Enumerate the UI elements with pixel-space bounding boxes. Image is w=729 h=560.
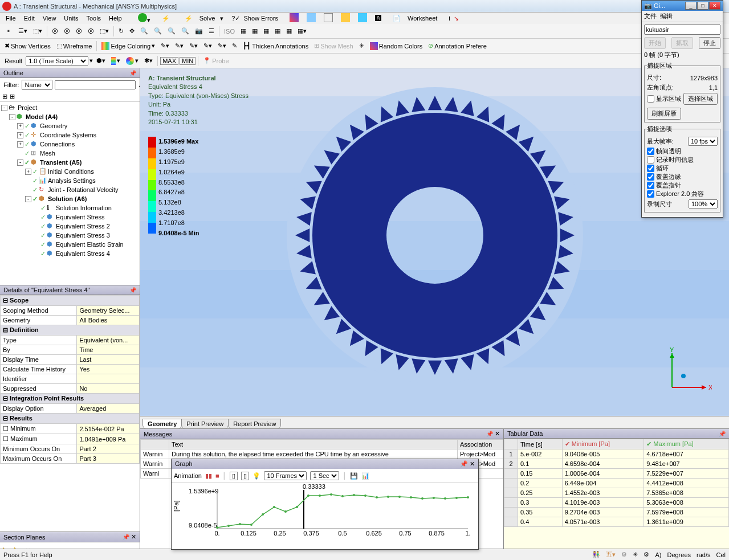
tabular-table[interactable]: Time [s]✔ Minimum [Pa]✔ Maximum [Pa] 15.… xyxy=(504,439,729,558)
ec5[interactable]: ✎▾ xyxy=(215,41,229,51)
zoom[interactable]: 🔍 xyxy=(138,26,150,36)
thicken[interactable]: ┣┫Thicken Annotations xyxy=(241,41,311,51)
close-icon[interactable]: ✕ xyxy=(131,533,136,540)
show-errors-button[interactable]: ?✓Show Errors xyxy=(228,14,285,23)
edge-check[interactable] xyxy=(647,173,654,181)
pan[interactable]: ✥ xyxy=(127,26,137,36)
ec2[interactable]: ✎▾ xyxy=(173,41,186,51)
sel-body[interactable]: ⦿ xyxy=(85,27,96,36)
capture-window[interactable]: 📷 Gi... _ □ ✕ 文件 编辑 开始 抓取 停止 0 帧 (0 字节) … xyxy=(641,0,723,218)
pin-icon[interactable]: 📌 xyxy=(123,534,129,540)
name-input[interactable] xyxy=(644,24,720,35)
frame-btn-2[interactable]: ▯ xyxy=(241,472,249,480)
sel-1[interactable]: ▪️ xyxy=(2,26,15,36)
min-button[interactable]: _ xyxy=(685,2,697,10)
iso-view[interactable]: ISO xyxy=(222,27,237,36)
chart-btn[interactable]: 📊 xyxy=(361,472,369,480)
zoom-fit[interactable]: 🔍 xyxy=(165,26,178,36)
float-menu-file[interactable]: 文件 xyxy=(644,12,657,21)
pin-icon[interactable]: 📌 xyxy=(129,287,136,293)
annot-pref[interactable]: ⊘Annotation Prefere xyxy=(426,41,489,51)
wireframe[interactable]: ⬚Wireframe xyxy=(54,41,95,51)
stop-button[interactable]: ■ xyxy=(215,472,219,479)
prev-view[interactable]: ☰ xyxy=(206,26,217,36)
iso-3[interactable]: ▦ xyxy=(250,26,260,36)
iso-4[interactable]: ▦ xyxy=(261,26,271,36)
tb-icon-4[interactable] xyxy=(337,12,353,24)
max-label[interactable]: MAX xyxy=(160,57,178,65)
close-icon[interactable]: ✕ xyxy=(495,430,500,437)
ec1[interactable]: ✎▾ xyxy=(158,41,172,51)
menu-view[interactable]: View xyxy=(39,14,60,23)
tb-icon-6[interactable]: 🅰 xyxy=(372,14,385,23)
scale-select[interactable]: 1.0 (True Scale) xyxy=(26,56,88,66)
iso-7[interactable]: ▦▾ xyxy=(295,26,309,36)
show-vertices[interactable]: ✖Show Vertices xyxy=(2,41,53,51)
sel-box[interactable]: ⬚▾ xyxy=(97,26,111,36)
ec6[interactable]: ✎ xyxy=(230,41,239,51)
probe-button[interactable]: 📍Probe xyxy=(201,56,231,66)
menu-edit[interactable]: Edit xyxy=(21,14,38,23)
show-mesh[interactable]: ⊞Show Mesh xyxy=(312,41,355,51)
filter-input[interactable] xyxy=(55,80,136,89)
frames-select[interactable]: 10 Frames xyxy=(264,471,307,480)
menu-tools[interactable]: Tools xyxy=(83,14,104,23)
tree-btn-2[interactable]: ⊞ xyxy=(10,93,15,100)
menu-file[interactable]: File xyxy=(2,14,19,23)
ec3[interactable]: ✎▾ xyxy=(187,41,200,51)
float-menu-edit[interactable]: 编辑 xyxy=(660,12,673,21)
sel-region-button[interactable]: 选择区域 xyxy=(683,93,718,105)
look-at[interactable]: 📷 xyxy=(193,26,205,36)
go-button[interactable]: ▾ xyxy=(135,12,154,25)
contour-dd[interactable]: ▾ xyxy=(109,56,123,66)
tb-icon-3[interactable] xyxy=(320,12,336,24)
menu-help[interactable]: Help xyxy=(105,14,125,23)
show-region-check[interactable] xyxy=(647,95,654,103)
sel-2[interactable]: ☰▾ xyxy=(16,26,30,36)
zoom-in[interactable]: 🔍 xyxy=(179,26,192,36)
explorer-check[interactable] xyxy=(647,190,654,198)
graph-window[interactable]: Graph📌 ✕ Animation ▮▮ ■ │ ▯ ▯ 💡 10 Frame… xyxy=(171,459,479,550)
stop-capture-button[interactable]: 停止 xyxy=(699,37,720,49)
bulb-icon[interactable]: 💡 xyxy=(252,472,260,480)
sel-3[interactable]: ⬚▾ xyxy=(31,26,44,36)
pin-icon[interactable]: 📌 xyxy=(719,431,726,437)
iso-5[interactable]: ▦ xyxy=(272,26,283,36)
rotate[interactable]: ↻ xyxy=(116,26,126,36)
sel-face[interactable]: ⦿ xyxy=(74,27,84,36)
tb-icon-5[interactable] xyxy=(355,12,370,24)
pin-icon[interactable]: 📌 xyxy=(486,431,493,437)
tree-btn-1[interactable]: ⊞ xyxy=(2,93,7,100)
solve-button[interactable]: ⚡Solve ▾ xyxy=(178,14,227,23)
tab-print[interactable]: Print Preview xyxy=(181,419,229,428)
edge-coloring[interactable]: Edge Coloring ▾ xyxy=(99,41,157,51)
iso-6[interactable]: ▦ xyxy=(284,26,294,36)
tb-icon-2[interactable] xyxy=(303,12,319,24)
random-colors[interactable]: Random Colors xyxy=(368,41,425,51)
rc-icon[interactable]: ✳ xyxy=(357,41,366,51)
worksheet-button[interactable]: 📄Worksheet xyxy=(386,14,444,23)
close-button[interactable]: ✕ xyxy=(709,2,720,10)
tab-geometry[interactable]: Geometry xyxy=(142,419,182,428)
min-label[interactable]: MIN xyxy=(180,57,196,65)
start-button[interactable]: 开始 xyxy=(644,37,666,49)
ec4[interactable]: ✎▾ xyxy=(201,41,214,51)
tb-icon-1[interactable] xyxy=(286,12,302,24)
bolt-button[interactable]: ⚡ xyxy=(155,14,177,23)
geom-dd[interactable]: ⬢▾ xyxy=(94,56,108,66)
menu-units[interactable]: Units xyxy=(60,14,82,23)
rectime-check[interactable] xyxy=(647,156,654,163)
info-button[interactable]: i↘ xyxy=(445,14,465,23)
vec-dd[interactable]: ✱▾ xyxy=(142,56,155,66)
zoom-box[interactable]: 🔍 xyxy=(152,26,164,36)
sel-edge[interactable]: ⦿ xyxy=(62,27,72,36)
grab-button[interactable]: 抓取 xyxy=(671,37,693,49)
frame-btn-1[interactable]: ▯ xyxy=(230,472,238,480)
transp-check[interactable] xyxy=(647,148,654,155)
pause-button[interactable]: ▮▮ xyxy=(205,472,212,480)
edges-dd[interactable]: ▾ xyxy=(124,56,141,66)
iso-2[interactable]: ▦ xyxy=(238,26,249,36)
tab-report[interactable]: Report Preview xyxy=(228,419,281,428)
details-grid[interactable]: ⊟ Scope Scoping MethodGeometry Selec... … xyxy=(0,295,140,532)
sec-select[interactable]: 1 Sec xyxy=(310,471,339,480)
